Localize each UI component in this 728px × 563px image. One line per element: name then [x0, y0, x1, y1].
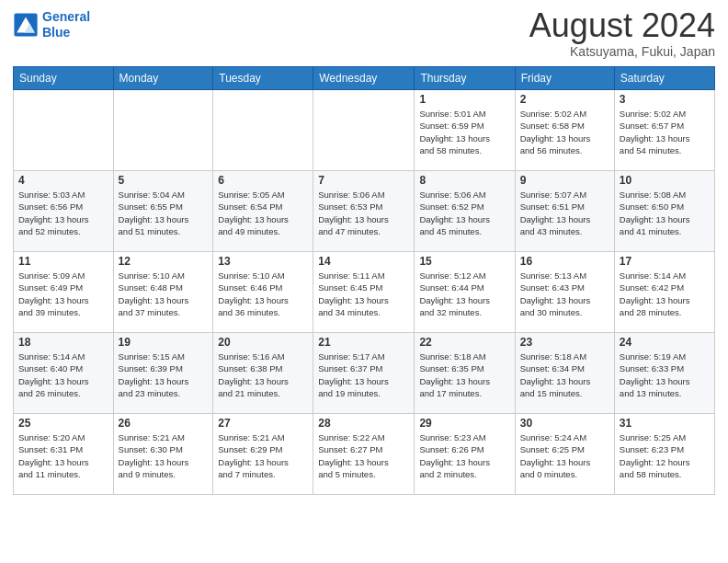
cell-week2-day4: 15Sunrise: 5:12 AMSunset: 6:44 PMDayligh… — [415, 252, 515, 333]
logo-text: General Blue — [42, 9, 90, 40]
cell-week4-day1: 26Sunrise: 5:21 AMSunset: 6:30 PMDayligh… — [113, 414, 213, 495]
logo-line2: Blue — [42, 25, 70, 40]
cell-week2-day3: 14Sunrise: 5:11 AMSunset: 6:45 PMDayligh… — [313, 252, 415, 333]
day-number: 9 — [520, 174, 609, 187]
day-info: Sunrise: 5:06 AMSunset: 6:53 PMDaylight:… — [318, 189, 409, 237]
header-row: SundayMondayTuesdayWednesdayThursdayFrid… — [14, 67, 715, 90]
day-number: 27 — [218, 417, 308, 430]
day-info: Sunrise: 5:11 AMSunset: 6:45 PMDaylight:… — [318, 270, 409, 318]
day-number: 12 — [119, 255, 209, 268]
header-tuesday: Tuesday — [213, 67, 313, 90]
day-info: Sunrise: 5:08 AMSunset: 6:50 PMDaylight:… — [620, 189, 710, 237]
day-number: 16 — [520, 255, 609, 268]
month-title: August 2024 — [529, 9, 715, 42]
header-saturday: Saturday — [614, 67, 714, 90]
day-info: Sunrise: 5:23 AMSunset: 6:26 PMDaylight:… — [419, 431, 509, 480]
day-number: 17 — [620, 255, 710, 268]
day-info: Sunrise: 5:17 AMSunset: 6:37 PMDaylight:… — [318, 350, 409, 399]
day-info: Sunrise: 5:20 AMSunset: 6:31 PMDaylight:… — [18, 431, 108, 480]
day-number: 29 — [419, 417, 509, 430]
cell-week3-day0: 18Sunrise: 5:14 AMSunset: 6:40 PMDayligh… — [14, 333, 114, 414]
cell-week0-day0 — [14, 90, 114, 171]
day-info: Sunrise: 5:14 AMSunset: 6:42 PMDaylight:… — [620, 270, 710, 318]
day-info: Sunrise: 5:09 AMSunset: 6:49 PMDaylight:… — [18, 270, 108, 318]
cell-week3-day3: 21Sunrise: 5:17 AMSunset: 6:37 PMDayligh… — [313, 333, 415, 414]
day-number: 31 — [620, 417, 710, 430]
cell-week2-day5: 16Sunrise: 5:13 AMSunset: 6:43 PMDayligh… — [515, 252, 614, 333]
header-friday: Friday — [515, 67, 614, 90]
day-number: 11 — [18, 255, 108, 268]
cell-week4-day3: 28Sunrise: 5:22 AMSunset: 6:27 PMDayligh… — [313, 414, 415, 495]
day-info: Sunrise: 5:02 AMSunset: 6:58 PMDaylight:… — [520, 108, 609, 156]
day-info: Sunrise: 5:07 AMSunset: 6:51 PMDaylight:… — [520, 189, 609, 237]
cell-week2-day0: 11Sunrise: 5:09 AMSunset: 6:49 PMDayligh… — [14, 252, 114, 333]
header-wednesday: Wednesday — [313, 67, 415, 90]
day-number: 18 — [18, 336, 108, 349]
week-row-2: 11Sunrise: 5:09 AMSunset: 6:49 PMDayligh… — [14, 252, 715, 333]
cell-week4-day4: 29Sunrise: 5:23 AMSunset: 6:26 PMDayligh… — [415, 414, 515, 495]
day-info: Sunrise: 5:16 AMSunset: 6:38 PMDaylight:… — [218, 350, 308, 399]
cell-week3-day5: 23Sunrise: 5:18 AMSunset: 6:34 PMDayligh… — [515, 333, 614, 414]
title-block: August 2024 Katsuyama, Fukui, Japan — [529, 9, 715, 59]
day-number: 26 — [119, 417, 209, 430]
header-thursday: Thursday — [415, 67, 515, 90]
week-row-0: 1Sunrise: 5:01 AMSunset: 6:59 PMDaylight… — [14, 90, 715, 171]
cell-week4-day2: 27Sunrise: 5:21 AMSunset: 6:29 PMDayligh… — [213, 414, 313, 495]
cell-week0-day4: 1Sunrise: 5:01 AMSunset: 6:59 PMDaylight… — [415, 90, 515, 171]
day-number: 4 — [18, 174, 108, 187]
cell-week1-day4: 8Sunrise: 5:06 AMSunset: 6:52 PMDaylight… — [415, 171, 515, 252]
logo-icon — [13, 12, 39, 38]
cell-week1-day1: 5Sunrise: 5:04 AMSunset: 6:55 PMDaylight… — [113, 171, 213, 252]
day-info: Sunrise: 5:18 AMSunset: 6:35 PMDaylight:… — [419, 350, 509, 399]
day-info: Sunrise: 5:19 AMSunset: 6:33 PMDaylight:… — [620, 350, 710, 399]
day-number: 3 — [620, 93, 710, 106]
day-info: Sunrise: 5:18 AMSunset: 6:34 PMDaylight:… — [520, 350, 609, 399]
cell-week1-day0: 4Sunrise: 5:03 AMSunset: 6:56 PMDaylight… — [14, 171, 114, 252]
day-info: Sunrise: 5:24 AMSunset: 6:25 PMDaylight:… — [520, 431, 609, 480]
header: General Blue August 2024 Katsuyama, Fuku… — [13, 9, 715, 59]
day-number: 2 — [520, 93, 609, 106]
day-number: 7 — [318, 174, 409, 187]
cell-week3-day4: 22Sunrise: 5:18 AMSunset: 6:35 PMDayligh… — [415, 333, 515, 414]
calendar-header: SundayMondayTuesdayWednesdayThursdayFrid… — [14, 67, 715, 90]
header-monday: Monday — [113, 67, 213, 90]
day-info: Sunrise: 5:14 AMSunset: 6:40 PMDaylight:… — [18, 350, 108, 399]
day-number: 6 — [218, 174, 308, 187]
day-info: Sunrise: 5:05 AMSunset: 6:54 PMDaylight:… — [218, 189, 308, 237]
day-number: 25 — [18, 417, 108, 430]
day-info: Sunrise: 5:10 AMSunset: 6:46 PMDaylight:… — [218, 270, 308, 318]
cell-week0-day3 — [313, 90, 415, 171]
day-info: Sunrise: 5:13 AMSunset: 6:43 PMDaylight:… — [520, 270, 609, 318]
cell-week3-day1: 19Sunrise: 5:15 AMSunset: 6:39 PMDayligh… — [113, 333, 213, 414]
day-info: Sunrise: 5:15 AMSunset: 6:39 PMDaylight:… — [119, 350, 209, 399]
logo: General Blue — [13, 9, 90, 40]
cell-week2-day1: 12Sunrise: 5:10 AMSunset: 6:48 PMDayligh… — [113, 252, 213, 333]
day-info: Sunrise: 5:01 AMSunset: 6:59 PMDaylight:… — [419, 108, 509, 156]
day-info: Sunrise: 5:03 AMSunset: 6:56 PMDaylight:… — [18, 189, 108, 237]
day-number: 15 — [419, 255, 509, 268]
page-container: General Blue August 2024 Katsuyama, Fuku… — [0, 0, 728, 563]
day-info: Sunrise: 5:12 AMSunset: 6:44 PMDaylight:… — [419, 270, 509, 318]
day-number: 10 — [620, 174, 710, 187]
day-info: Sunrise: 5:02 AMSunset: 6:57 PMDaylight:… — [620, 108, 710, 156]
day-number: 24 — [620, 336, 710, 349]
cell-week3-day2: 20Sunrise: 5:16 AMSunset: 6:38 PMDayligh… — [213, 333, 313, 414]
day-number: 28 — [318, 417, 409, 430]
cell-week0-day5: 2Sunrise: 5:02 AMSunset: 6:58 PMDaylight… — [515, 90, 614, 171]
header-sunday: Sunday — [14, 67, 114, 90]
day-number: 14 — [318, 255, 409, 268]
day-number: 30 — [520, 417, 609, 430]
day-info: Sunrise: 5:21 AMSunset: 6:30 PMDaylight:… — [119, 431, 209, 480]
cell-week0-day6: 3Sunrise: 5:02 AMSunset: 6:57 PMDaylight… — [614, 90, 714, 171]
day-info: Sunrise: 5:22 AMSunset: 6:27 PMDaylight:… — [318, 431, 409, 480]
day-number: 13 — [218, 255, 308, 268]
cell-week0-day2 — [213, 90, 313, 171]
week-row-4: 25Sunrise: 5:20 AMSunset: 6:31 PMDayligh… — [14, 414, 715, 495]
day-number: 23 — [520, 336, 609, 349]
cell-week2-day2: 13Sunrise: 5:10 AMSunset: 6:46 PMDayligh… — [213, 252, 313, 333]
day-info: Sunrise: 5:04 AMSunset: 6:55 PMDaylight:… — [119, 189, 209, 237]
cell-week4-day6: 31Sunrise: 5:25 AMSunset: 6:23 PMDayligh… — [614, 414, 714, 495]
week-row-3: 18Sunrise: 5:14 AMSunset: 6:40 PMDayligh… — [14, 333, 715, 414]
cell-week2-day6: 17Sunrise: 5:14 AMSunset: 6:42 PMDayligh… — [614, 252, 714, 333]
calendar-table: SundayMondayTuesdayWednesdayThursdayFrid… — [13, 66, 715, 495]
